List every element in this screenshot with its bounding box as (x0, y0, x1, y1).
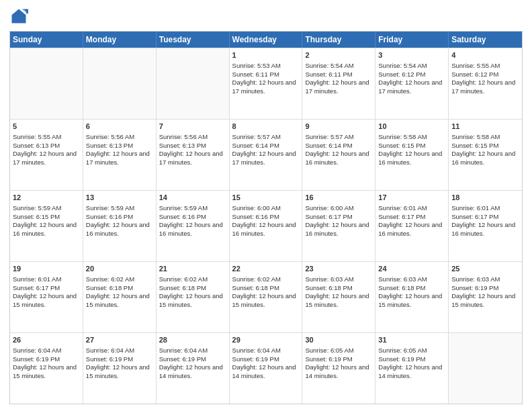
daylight-text: Daylight: 12 hours and 17 minutes. (451, 79, 515, 95)
daylight-text: Daylight: 12 hours and 16 minutes. (13, 221, 77, 237)
cal-cell-day-27: 27Sunrise: 6:04 AMSunset: 6:19 PMDayligh… (83, 333, 157, 404)
cal-cell-day-19: 19Sunrise: 6:01 AMSunset: 6:17 PMDayligh… (10, 262, 83, 332)
sunset-text: Sunset: 6:19 PM (378, 355, 425, 363)
sunrise-text: Sunrise: 5:59 AM (86, 204, 134, 212)
day-number: 3 (378, 50, 445, 60)
sunset-text: Sunset: 6:15 PM (13, 213, 60, 220)
sunrise-text: Sunrise: 6:03 AM (305, 275, 353, 283)
cal-cell-day-29: 29Sunrise: 6:04 AMSunset: 6:19 PMDayligh… (230, 333, 303, 404)
day-number: 28 (159, 335, 226, 345)
cal-header-tuesday: Tuesday (157, 32, 230, 48)
cal-header-thursday: Thursday (302, 32, 375, 48)
day-number: 14 (159, 193, 226, 203)
sunrise-text: Sunrise: 6:05 AM (305, 347, 353, 354)
cal-cell-day-30: 30Sunrise: 6:05 AMSunset: 6:19 PMDayligh… (302, 333, 375, 404)
sunrise-text: Sunrise: 5:56 AM (86, 133, 134, 140)
cal-cell-day-25: 25Sunrise: 6:03 AMSunset: 6:19 PMDayligh… (449, 262, 522, 332)
cal-row-5: 26Sunrise: 6:04 AMSunset: 6:19 PMDayligh… (10, 332, 522, 404)
sunrise-text: Sunrise: 5:56 AM (159, 133, 208, 140)
sunrise-text: Sunrise: 6:05 AM (378, 347, 427, 354)
sunset-text: Sunset: 6:14 PM (305, 142, 352, 149)
sunrise-text: Sunrise: 6:02 AM (86, 275, 134, 283)
daylight-text: Daylight: 12 hours and 15 minutes. (159, 292, 223, 308)
day-number: 18 (451, 193, 519, 203)
sunrise-text: Sunrise: 6:03 AM (451, 275, 500, 283)
cal-cell-day-20: 20Sunrise: 6:02 AMSunset: 6:18 PMDayligh… (83, 262, 157, 332)
cal-cell-day-11: 11Sunrise: 5:58 AMSunset: 6:15 PMDayligh… (449, 120, 522, 190)
cal-cell-day-6: 6Sunrise: 5:56 AMSunset: 6:13 PMDaylight… (83, 120, 157, 190)
day-number: 4 (451, 50, 519, 60)
day-number: 7 (159, 122, 226, 132)
sunset-text: Sunset: 6:15 PM (451, 142, 498, 149)
sunset-text: Sunset: 6:19 PM (305, 355, 352, 363)
sunrise-text: Sunrise: 6:04 AM (159, 347, 208, 354)
page: SundayMondayTuesdayWednesdayThursdayFrid… (0, 0, 532, 411)
day-number: 22 (232, 264, 300, 274)
sunrise-text: Sunrise: 5:55 AM (13, 133, 61, 140)
cal-header-saturday: Saturday (449, 32, 522, 48)
sunset-text: Sunset: 6:18 PM (305, 284, 352, 291)
cal-cell-day-8: 8Sunrise: 5:57 AMSunset: 6:14 PMDaylight… (230, 120, 303, 190)
cal-cell-day-10: 10Sunrise: 5:58 AMSunset: 6:15 PMDayligh… (375, 120, 449, 190)
daylight-text: Daylight: 12 hours and 16 minutes. (232, 221, 296, 237)
cal-cell-day-7: 7Sunrise: 5:56 AMSunset: 6:13 PMDaylight… (157, 120, 230, 190)
sunrise-text: Sunrise: 5:59 AM (13, 204, 61, 212)
sunset-text: Sunset: 6:18 PM (86, 284, 133, 291)
svg-marker-0 (12, 9, 26, 24)
cal-cell-day-1: 1Sunrise: 5:53 AMSunset: 6:11 PMDaylight… (230, 48, 303, 119)
cal-cell-day-24: 24Sunrise: 6:03 AMSunset: 6:18 PMDayligh… (375, 262, 449, 332)
sunrise-text: Sunrise: 5:59 AM (159, 204, 208, 212)
header (9, 7, 523, 26)
day-number: 31 (378, 335, 445, 345)
day-number: 20 (86, 264, 153, 274)
daylight-text: Daylight: 12 hours and 14 minutes. (378, 363, 442, 379)
day-number: 13 (86, 193, 153, 203)
daylight-text: Daylight: 12 hours and 16 minutes. (305, 150, 369, 166)
sunset-text: Sunset: 6:16 PM (86, 213, 133, 220)
day-number: 16 (305, 193, 372, 203)
sunrise-text: Sunrise: 6:04 AM (13, 347, 61, 354)
daylight-text: Daylight: 12 hours and 16 minutes. (451, 221, 515, 237)
cal-cell-day-18: 18Sunrise: 6:01 AMSunset: 6:17 PMDayligh… (449, 191, 522, 261)
day-number: 27 (86, 335, 153, 345)
sunset-text: Sunset: 6:12 PM (378, 71, 425, 78)
cal-cell-day-5: 5Sunrise: 5:55 AMSunset: 6:13 PMDaylight… (10, 120, 83, 190)
sunrise-text: Sunrise: 5:58 AM (451, 133, 500, 140)
sunset-text: Sunset: 6:16 PM (159, 213, 206, 220)
daylight-text: Daylight: 12 hours and 17 minutes. (232, 79, 296, 95)
daylight-text: Daylight: 12 hours and 17 minutes. (378, 79, 442, 95)
day-number: 5 (13, 122, 80, 132)
calendar-header: SundayMondayTuesdayWednesdayThursdayFrid… (10, 32, 522, 48)
sunset-text: Sunset: 6:18 PM (232, 284, 279, 291)
cal-cell-day-28: 28Sunrise: 6:04 AMSunset: 6:19 PMDayligh… (157, 333, 230, 404)
sunrise-text: Sunrise: 6:02 AM (159, 275, 208, 283)
cal-cell-day-13: 13Sunrise: 5:59 AMSunset: 6:16 PMDayligh… (83, 191, 157, 261)
daylight-text: Daylight: 12 hours and 15 minutes. (86, 363, 150, 379)
logo (9, 7, 32, 26)
cal-header-monday: Monday (83, 32, 157, 48)
sunrise-text: Sunrise: 5:57 AM (232, 133, 281, 140)
daylight-text: Daylight: 12 hours and 16 minutes. (451, 150, 515, 166)
day-number: 19 (13, 264, 80, 274)
sunrise-text: Sunrise: 6:04 AM (86, 347, 134, 354)
cal-row-2: 5Sunrise: 5:55 AMSunset: 6:13 PMDaylight… (10, 119, 522, 190)
day-number: 2 (305, 50, 372, 60)
sunset-text: Sunset: 6:13 PM (13, 142, 60, 149)
day-number: 8 (232, 122, 300, 132)
calendar: SundayMondayTuesdayWednesdayThursdayFrid… (9, 31, 523, 404)
sunset-text: Sunset: 6:19 PM (13, 355, 60, 363)
sunset-text: Sunset: 6:19 PM (86, 355, 133, 363)
sunrise-text: Sunrise: 5:55 AM (451, 62, 500, 69)
sunrise-text: Sunrise: 6:00 AM (305, 204, 353, 212)
daylight-text: Daylight: 12 hours and 14 minutes. (232, 363, 296, 379)
daylight-text: Daylight: 12 hours and 15 minutes. (378, 292, 442, 308)
day-number: 6 (86, 122, 153, 132)
day-number: 21 (159, 264, 226, 274)
day-number: 26 (13, 335, 80, 345)
cal-header-wednesday: Wednesday (230, 32, 303, 48)
sunset-text: Sunset: 6:11 PM (305, 71, 352, 78)
day-number: 17 (378, 193, 445, 203)
daylight-text: Daylight: 12 hours and 17 minutes. (86, 150, 150, 166)
day-number: 25 (451, 264, 519, 274)
daylight-text: Daylight: 12 hours and 17 minutes. (159, 150, 223, 166)
